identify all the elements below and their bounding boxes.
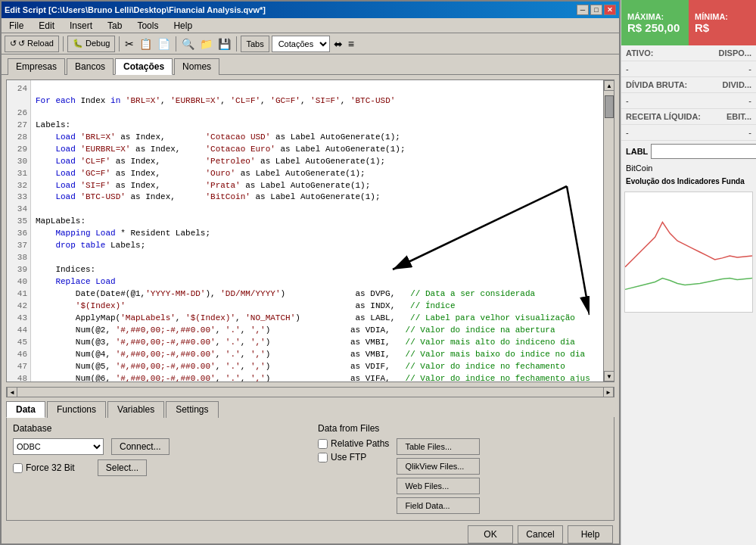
bottom-panel: Database ODBC Connect... Force 32 Bit Se… — [6, 417, 614, 521]
chart-title: Evolução dos Indicadores Funda — [621, 174, 756, 188]
toolbar-icon-2[interactable]: 📋 — [138, 38, 154, 50]
ativo-row: ATIVO: DISPO... — [621, 45, 756, 61]
relative-paths-checkbox[interactable] — [318, 439, 328, 449]
qlikview-files-button[interactable]: QlikView Files... — [397, 458, 480, 475]
receita-value: - — [626, 128, 629, 137]
chart-svg — [625, 192, 752, 312]
toolbar-settings-icon[interactable]: ≡ — [347, 38, 356, 50]
code-content[interactable]: For each Index in 'BRL=X', 'EURBRL=X', '… — [31, 80, 603, 382]
code-editor[interactable]: 24 26 27 28 29 30 31 32 33 34 35 36 37 3… — [6, 79, 614, 382]
menu-tab[interactable]: Tab — [103, 19, 126, 33]
toolbar-separator-2 — [119, 36, 120, 51]
main-window: Edit Script [C:\Users\Bruno Lelli\Deskto… — [0, 0, 621, 545]
ativo-value: - — [626, 64, 629, 73]
toolbar-separator-3 — [176, 36, 176, 51]
tabs-button[interactable]: Tabs — [241, 36, 269, 52]
scroll-down-arrow[interactable]: ▼ — [604, 371, 614, 382]
toolbar-icon-search[interactable]: 🔍 — [180, 38, 196, 50]
tab-nomes[interactable]: Nomes — [174, 58, 219, 75]
debug-button[interactable]: 🐛 Debug — [67, 36, 115, 52]
toolbar-icon-3[interactable]: 📄 — [156, 38, 172, 50]
file-buttons-section: Table Files... QlikView Files... Web Fil… — [397, 438, 480, 514]
divida-value-row: - - — [621, 93, 756, 109]
ok-button[interactable]: OK — [468, 525, 513, 543]
minima-panel: MÍNIMA: R$ — [689, 0, 756, 45]
use-ftp-row: Use FTP — [318, 452, 389, 462]
tab-cotacoes[interactable]: Cotações — [115, 58, 173, 75]
vertical-scrollbar[interactable]: ▲ ▼ — [603, 80, 614, 382]
toolbar-icon-1[interactable]: ✂ — [123, 38, 135, 50]
cancel-button[interactable]: Cancel — [518, 525, 563, 543]
search-result-value: BitCoin — [626, 164, 652, 173]
tab-bottom-data[interactable]: Data — [6, 401, 45, 418]
right-panel: MÁXIMA: R$ 250,00 MÍNIMA: R$ ATIVO: DISP… — [621, 0, 756, 545]
close-button[interactable]: ✕ — [604, 5, 616, 15]
data-from-files-label: Data from Files — [318, 423, 379, 434]
table-files-button[interactable]: Table Files... — [397, 438, 480, 455]
receita-row: RECEITA LÍQUIDA: EBIT... — [621, 109, 756, 125]
menu-help[interactable]: Help — [169, 19, 197, 33]
dispo-label: DISPO... — [719, 48, 751, 58]
ebit-value: - — [748, 128, 751, 137]
divida-value: - — [626, 96, 629, 105]
scroll-right-arrow[interactable]: ► — [603, 387, 614, 397]
receita-value-row: - - — [621, 125, 756, 141]
tab-bottom-variables[interactable]: Variables — [107, 401, 164, 418]
use-ftp-checkbox[interactable] — [318, 453, 328, 462]
horizontal-scrollbar[interactable]: ◄ ► — [6, 387, 614, 397]
force-32bit-checkbox[interactable] — [13, 463, 23, 473]
connect-button[interactable]: Connect... — [111, 438, 170, 455]
minima-value: R$ — [695, 21, 750, 34]
tab-bottom-functions[interactable]: Functions — [47, 401, 106, 418]
window-controls: ─ □ ✕ — [577, 5, 616, 15]
divida-row: DÍVIDA BRUTA: DIVID... — [621, 77, 756, 93]
toolbar-icon-save[interactable]: 💾 — [216, 38, 232, 50]
tab-bancos[interactable]: Bancos — [67, 58, 114, 75]
search-result: BitCoin — [621, 162, 756, 174]
menu-insert[interactable]: Insert — [65, 19, 97, 33]
bottom-tabs: Data Functions Variables Settings — [2, 397, 619, 417]
select-button[interactable]: Select... — [98, 459, 147, 476]
minimize-button[interactable]: ─ — [577, 5, 589, 15]
top-tabs: Empresas Bancos Cotações Nomes — [2, 54, 619, 75]
database-label: Database — [13, 423, 54, 434]
search-row: LABL 🔍 — [621, 141, 756, 162]
maximize-button[interactable]: □ — [590, 5, 602, 15]
dispo-value: - — [748, 64, 751, 73]
chart-area — [624, 192, 753, 313]
tab-selector[interactable]: Cotações — [272, 36, 330, 52]
toolbar-separator-4 — [236, 36, 237, 51]
toolbar-nav-icon[interactable]: ⬌ — [332, 38, 344, 50]
scroll-thumb[interactable] — [605, 95, 614, 118]
tab-empresas[interactable]: Empresas — [8, 58, 65, 75]
scroll-up-arrow[interactable]: ▲ — [604, 80, 614, 91]
field-data-button[interactable]: Field Data... — [397, 497, 480, 514]
reload-button[interactable]: ↺ ↺ Reload — [5, 36, 59, 52]
relative-paths-label: Relative Paths — [331, 438, 389, 449]
menu-bar: File Edit Insert Tab Tools Help — [2, 18, 619, 33]
force-32bit-label: Force 32 Bit — [26, 462, 75, 473]
receita-label: RECEITA LÍQUIDA: — [626, 112, 701, 121]
ebit-label: EBIT... — [726, 112, 751, 121]
window-title: Edit Script [C:\Users\Bruno Lelli\Deskto… — [5, 5, 577, 14]
ativo-value-row: - - — [621, 61, 756, 77]
dialog-buttons: OK Cancel Help — [2, 521, 619, 545]
force-32bit-checkbox-row: Force 32 Bit — [13, 462, 75, 473]
database-select[interactable]: ODBC — [13, 438, 104, 455]
relative-paths-row: Relative Paths — [318, 438, 389, 449]
help-button[interactable]: Help — [568, 525, 613, 543]
database-select-row: ODBC Connect... — [13, 438, 303, 455]
web-files-button[interactable]: Web Files... — [397, 478, 480, 494]
menu-file[interactable]: File — [5, 19, 28, 33]
menu-tools[interactable]: Tools — [132, 19, 163, 33]
toolbar-icon-folder[interactable]: 📁 — [198, 38, 214, 50]
search-input[interactable] — [651, 144, 756, 159]
tab-bottom-settings[interactable]: Settings — [166, 401, 218, 418]
scroll-left-arrow[interactable]: ◄ — [7, 387, 17, 397]
menu-edit[interactable]: Edit — [34, 19, 59, 33]
ativo-label: ATIVO: — [626, 48, 653, 58]
file-options-section: Relative Paths Use FTP — [318, 438, 389, 514]
divid-value: - — [748, 96, 751, 105]
force-32bit-row: Force 32 Bit Select... — [13, 459, 303, 476]
data-from-files-row: Data from Files — [318, 423, 608, 434]
